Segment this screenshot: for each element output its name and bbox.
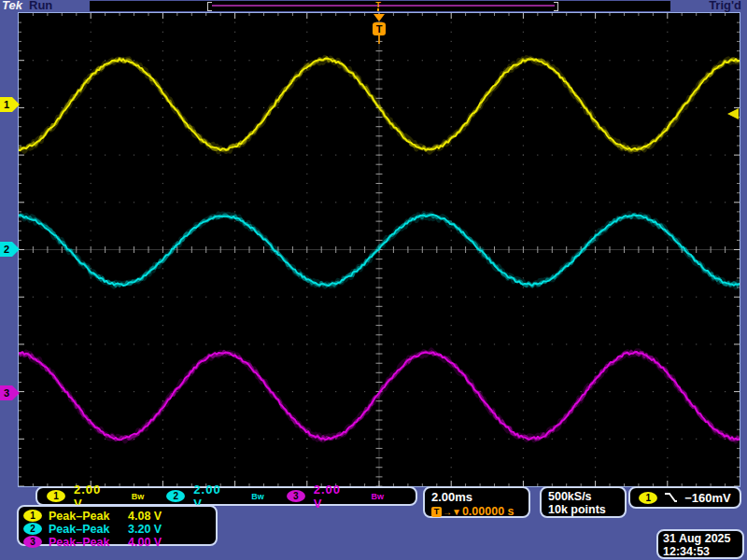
record-view-bar[interactable]: T (90, 1, 670, 11)
tek-logo: Tek (2, 0, 22, 12)
measurement-row: 3 Peak–Peak 4.00 V (23, 536, 216, 548)
top-status-bar: Tek Run T Trig'd (0, 0, 747, 12)
measurement-name: Peak–Peak (49, 523, 121, 536)
channel-1-badge: 1 (47, 490, 65, 502)
acquisition-status: Run (29, 0, 52, 12)
channel-1-badge: 1 (23, 510, 42, 522)
measurement-name: Peak–Peak (49, 536, 121, 549)
time-label: 12:34:53 (663, 545, 742, 558)
bandwidth-limit-icon: Bᴡ (371, 492, 384, 501)
bandwidth-limit-icon: Bᴡ (132, 492, 145, 501)
channel-3-badge: 3 (287, 490, 305, 502)
datetime-box: 31 Aug 2025 12:34:53 (656, 529, 744, 559)
measurement-row: 1 Peak–Peak 4.08 V (23, 510, 216, 522)
horizontal-position: 0.00000 s (462, 505, 514, 518)
position-arrows-icon: →▼ (443, 507, 461, 517)
measurement-row: 2 Peak–Peak 3.20 V (23, 523, 216, 535)
measurement-value: 4.00 V (128, 536, 162, 549)
trigger-level-arrow-icon[interactable] (727, 108, 739, 119)
channel-2-badge: 2 (23, 523, 42, 535)
horizontal-position-row: T →▼ 0.00000 s (431, 505, 529, 518)
acquisition-readout[interactable]: 500kS/s 10k points (540, 486, 627, 518)
graticule-and-traces (19, 13, 740, 486)
window-bracket-right-icon (554, 2, 558, 11)
bandwidth-limit-icon: Bᴡ (251, 492, 264, 501)
measurement-value: 4.08 V (128, 510, 162, 523)
channel-3-scale: 2.00 V (314, 483, 350, 511)
trigger-t-icon: T (431, 507, 442, 517)
trigger-position-flag[interactable]: T (373, 22, 386, 35)
channel-2-badge: 2 (166, 490, 185, 502)
window-bracket-left-icon (207, 2, 212, 11)
sample-rate: 500kS/s (548, 490, 625, 503)
horizontal-scale: 2.00ms (431, 490, 529, 504)
record-length: 10k points (548, 503, 625, 516)
trigger-source-badge: 1 (639, 492, 657, 504)
measurement-name: Peak–Peak (49, 510, 121, 523)
measurement-value: 3.20 V (128, 523, 162, 536)
trigger-readout[interactable]: 1 −160mV (628, 486, 741, 509)
trigger-level: −160mV (684, 491, 731, 505)
horizontal-readout[interactable]: 2.00ms T →▼ 0.00000 s (423, 486, 530, 518)
measurement-readout[interactable]: 1 Peak–Peak 4.08 V 2 Peak–Peak 3.20 V 3 … (17, 505, 218, 546)
waveform-display: T (18, 12, 740, 487)
falling-edge-icon (664, 492, 678, 503)
channel-2-position-marker[interactable]: 2 (0, 242, 20, 257)
channel-scale-readout[interactable]: 1 2.00 V Bᴡ 2 2.00 V Bᴡ 3 2.00 V Bᴡ (35, 486, 417, 506)
trigger-position-arrow-icon[interactable] (374, 14, 385, 21)
channel-3-badge: 3 (23, 536, 42, 548)
channel-3-readout[interactable]: 3 2.00 V Bᴡ (287, 483, 384, 511)
channel-3-position-marker[interactable]: 3 (0, 385, 20, 400)
channel-1-position-marker[interactable]: 1 (0, 97, 20, 112)
record-trigger-marker-icon: T (373, 1, 384, 11)
date-label: 31 Aug 2025 (663, 532, 742, 545)
trigger-status: Trig'd (709, 0, 741, 12)
